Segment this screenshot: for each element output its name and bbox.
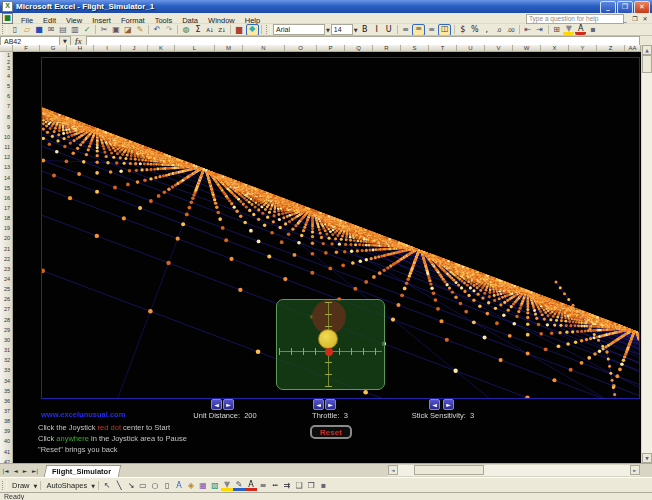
- font-color-icon[interactable]: A: [575, 25, 586, 35]
- column-header-h[interactable]: H: [67, 45, 94, 52]
- line-style-icon[interactable]: ≡: [257, 480, 269, 491]
- textbox-icon[interactable]: ▯: [161, 480, 173, 491]
- column-header-i[interactable]: I: [94, 45, 121, 52]
- column-header-p[interactable]: P: [317, 45, 345, 52]
- row-header-5[interactable]: 5: [7, 83, 10, 89]
- select-objects-icon[interactable]: ↖: [101, 480, 113, 491]
- horizontal-scroll-thumb[interactable]: [414, 465, 484, 475]
- horizontal-scrollbar[interactable]: ◄ ►: [388, 465, 640, 476]
- toolbar-options-icon[interactable]: ▪: [317, 480, 329, 491]
- arrow-style-icon[interactable]: ⇉: [281, 480, 293, 491]
- row-header-15[interactable]: 15: [4, 185, 10, 191]
- row-header-14[interactable]: 14: [4, 175, 10, 181]
- row-header-8[interactable]: 8: [7, 114, 10, 120]
- merge-center-icon[interactable]: ◫: [438, 24, 451, 36]
- wordart-icon[interactable]: A: [173, 480, 185, 491]
- hyperlink-icon[interactable]: ◍: [181, 25, 192, 35]
- cut-icon[interactable]: ✂: [99, 25, 110, 35]
- chart-wizard-icon[interactable]: ▆: [234, 25, 245, 35]
- select-all-corner[interactable]: [0, 45, 13, 52]
- column-header-t[interactable]: T: [429, 45, 457, 52]
- align-right-icon[interactable]: ≡: [426, 25, 437, 35]
- dash-style-icon[interactable]: ┅: [269, 480, 281, 491]
- column-header-y[interactable]: Y: [569, 45, 597, 52]
- joystick-knob[interactable]: [318, 329, 338, 349]
- row-header-26[interactable]: 26: [4, 296, 10, 302]
- row-header-1[interactable]: 1: [7, 52, 10, 58]
- rectangle-icon[interactable]: ▭: [137, 480, 149, 491]
- row-header-3[interactable]: 3: [7, 65, 10, 71]
- throttle-decrease-button[interactable]: ◄: [313, 399, 324, 410]
- shadow-style-icon[interactable]: ❏: [293, 480, 305, 491]
- font-color-icon[interactable]: A: [245, 481, 257, 491]
- joystick-start-dot[interactable]: [325, 348, 333, 356]
- new-document-icon[interactable]: ▯: [10, 25, 21, 35]
- row-header-9[interactable]: 9: [7, 124, 10, 130]
- column-header-x[interactable]: X: [541, 45, 569, 52]
- joystick-area[interactable]: [276, 299, 385, 390]
- row-header-12[interactable]: 12: [4, 154, 10, 160]
- diagram-icon[interactable]: ◈: [185, 480, 197, 491]
- comma-icon[interactable]: ,: [481, 25, 492, 35]
- percent-icon[interactable]: %: [469, 25, 480, 35]
- borders-icon[interactable]: ⊞: [551, 25, 562, 35]
- tab-scroll-icon[interactable]: ►|: [30, 468, 41, 474]
- row-header-28[interactable]: 28: [4, 317, 10, 323]
- row-header-19[interactable]: 19: [4, 225, 10, 231]
- row-header-33[interactable]: 33: [4, 367, 10, 373]
- scroll-up-icon[interactable]: ▲: [642, 45, 652, 55]
- fill-color-icon[interactable]: ▼: [563, 25, 574, 35]
- row-header-4[interactable]: 4: [7, 73, 10, 79]
- font-name-select[interactable]: Arial: [273, 24, 325, 35]
- print-preview-icon[interactable]: ▥: [70, 25, 81, 35]
- workbook-window-button[interactable]: ❐: [630, 15, 640, 22]
- sort-ascending-icon[interactable]: A↓: [205, 25, 216, 35]
- autoshapes-menu-button[interactable]: AutoShapes: [43, 481, 90, 490]
- picture-icon[interactable]: ▧: [209, 480, 221, 491]
- row-header-35[interactable]: 35: [4, 388, 10, 394]
- row-header-34[interactable]: 34: [4, 378, 10, 384]
- sort-descending-icon[interactable]: Z↓: [217, 25, 228, 35]
- align-center-icon[interactable]: ≡: [412, 24, 425, 36]
- format-painter-icon[interactable]: ✎: [135, 25, 146, 35]
- drawing-toggle-icon[interactable]: ◆: [246, 24, 259, 36]
- spelling-icon[interactable]: ✓: [82, 25, 93, 35]
- sheet-tab-flight-simulator[interactable]: Flight_Simulator: [43, 465, 121, 477]
- row-header-2[interactable]: 2: [7, 59, 10, 65]
- copy-icon[interactable]: ▣: [111, 25, 122, 35]
- stick-sensitivity-increase-button[interactable]: ►: [443, 399, 454, 410]
- row-header-29[interactable]: 29: [4, 327, 10, 333]
- fill-color-icon[interactable]: ▼: [221, 481, 233, 491]
- tab-scroll-icon[interactable]: |◄: [0, 468, 11, 474]
- website-link[interactable]: www.excelunusual.com: [41, 410, 125, 419]
- email-icon[interactable]: ✉: [46, 25, 57, 35]
- tab-scroll-icon[interactable]: ◄: [11, 468, 20, 474]
- undo-icon[interactable]: ↶: [152, 25, 163, 35]
- row-header-21[interactable]: 21: [4, 246, 10, 252]
- redo-icon[interactable]: ↷: [164, 25, 175, 35]
- bold-icon[interactable]: B: [359, 25, 370, 35]
- toolbar-grip[interactable]: [2, 481, 7, 490]
- scroll-down-icon[interactable]: ▼: [642, 453, 652, 463]
- row-header-27[interactable]: 27: [4, 306, 10, 312]
- draw-menu-button[interactable]: Draw: [9, 481, 33, 490]
- column-header-aa[interactable]: AA: [625, 45, 641, 52]
- print-icon[interactable]: ▤: [58, 25, 69, 35]
- row-header-18[interactable]: 18: [4, 215, 10, 221]
- column-header-k[interactable]: K: [148, 45, 175, 52]
- row-header-32[interactable]: 32: [4, 357, 10, 363]
- open-icon[interactable]: ▱: [22, 25, 33, 35]
- line-icon[interactable]: ╲: [113, 480, 125, 491]
- row-header-40[interactable]: 40: [4, 438, 10, 444]
- column-header-w[interactable]: W: [513, 45, 541, 52]
- increase-decimal-icon[interactable]: .0: [493, 25, 504, 35]
- decrease-indent-icon[interactable]: ⇤: [522, 25, 533, 35]
- oval-icon[interactable]: ○: [149, 480, 161, 491]
- help-search-input[interactable]: Type a question for help: [526, 14, 624, 24]
- column-header-u[interactable]: U: [457, 45, 485, 52]
- currency-icon[interactable]: $: [457, 25, 468, 35]
- scroll-right-icon[interactable]: ►: [630, 465, 640, 475]
- column-header-f[interactable]: F: [13, 45, 40, 52]
- row-header-16[interactable]: 16: [4, 195, 10, 201]
- italic-icon[interactable]: I: [371, 25, 382, 35]
